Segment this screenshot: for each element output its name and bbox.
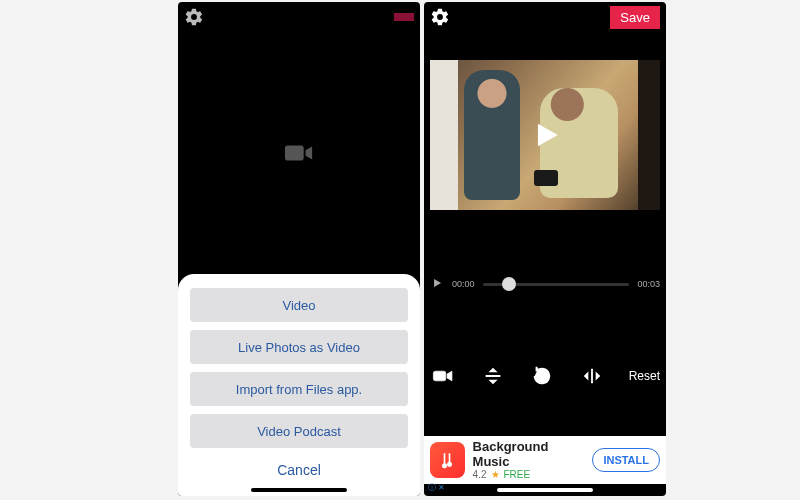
app-icon [430, 442, 465, 478]
play-overlay[interactable] [430, 60, 660, 210]
ad-rating: 4.2 [473, 469, 487, 480]
install-button[interactable]: INSTALL [592, 448, 660, 472]
sheet-cancel[interactable]: Cancel [190, 462, 408, 478]
scrubber-track[interactable] [483, 283, 630, 286]
time-current: 00:00 [452, 279, 475, 289]
save-button[interactable]: Save [610, 6, 660, 29]
toolbar: 90 Reset [430, 360, 660, 392]
topbar [178, 2, 420, 32]
sheet-option-livephotos[interactable]: Live Photos as Video [190, 330, 408, 364]
ad-badge-icon: ⓘ ✕ [428, 482, 445, 493]
video-preview [430, 60, 660, 210]
action-sheet: Video Live Photos as Video Import from F… [178, 274, 420, 496]
phone-screen-import: 00:00 00:00 Video Live Photos as Video I… [178, 2, 420, 496]
sheet-option-files[interactable]: Import from Files app. [190, 372, 408, 406]
home-indicator [497, 488, 593, 492]
ad-price: FREE [504, 469, 531, 480]
ad-text: Background Music 4.2 ★ FREE [473, 440, 585, 480]
svg-point-5 [442, 463, 447, 468]
scrubber-knob[interactable] [502, 277, 516, 291]
flip-horizontal-icon[interactable] [579, 365, 605, 387]
svg-point-6 [447, 462, 452, 467]
flip-vertical-icon[interactable] [480, 365, 506, 387]
topbar: Save [424, 2, 666, 32]
camera-icon[interactable] [430, 365, 456, 387]
sheet-option-video[interactable]: Video [190, 288, 408, 322]
rotate-90-icon[interactable]: 90 [529, 365, 555, 387]
save-button[interactable] [394, 13, 414, 21]
reset-button[interactable]: Reset [629, 369, 660, 383]
svg-rect-1 [433, 371, 445, 381]
phone-screen-editor: Save 00:00 00:03 90 Reset [424, 2, 666, 496]
svg-text:90: 90 [539, 373, 547, 380]
scrubber: 00:00 00:03 [430, 270, 660, 298]
ad-banner[interactable]: Background Music 4.2 ★ FREE INSTALL ⓘ ✕ [424, 436, 666, 484]
star-icon: ★ [491, 469, 500, 480]
ad-title: Background Music [473, 440, 585, 469]
time-duration: 00:03 [637, 279, 660, 289]
play-icon[interactable] [430, 276, 444, 292]
ad-meta: 4.2 ★ FREE [473, 469, 585, 480]
gear-icon[interactable] [430, 7, 450, 27]
svg-rect-0 [285, 146, 304, 161]
sheet-option-podcast[interactable]: Video Podcast [190, 414, 408, 448]
home-indicator [251, 488, 347, 492]
gear-icon[interactable] [184, 7, 204, 27]
video-placeholder-icon [178, 142, 420, 164]
